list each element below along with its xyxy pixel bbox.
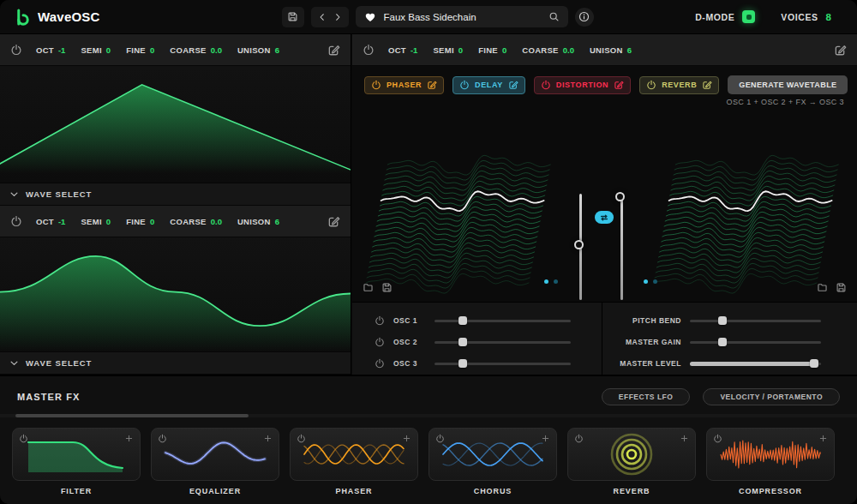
save-preset-button[interactable] — [282, 7, 304, 27]
info-button[interactable] — [575, 8, 594, 27]
compressor-card-button[interactable] — [706, 428, 835, 481]
folder-icon[interactable] — [817, 282, 828, 293]
fx-slot-reverb[interactable]: REVERB — [639, 76, 719, 94]
osc1-mix-row: OSC 1 — [375, 309, 571, 331]
power-icon[interactable] — [646, 80, 656, 90]
osc2-oct-param[interactable]: OCT-1 — [36, 217, 65, 226]
osc2-level-slider[interactable] — [434, 337, 571, 347]
power-icon[interactable] — [713, 434, 722, 443]
next-preset-icon[interactable] — [333, 12, 343, 22]
slider-handle-right[interactable] — [615, 192, 625, 201]
power-icon[interactable] — [459, 80, 470, 90]
edit-icon[interactable] — [427, 80, 437, 90]
pitch-bend-slider[interactable] — [690, 315, 821, 326]
power-icon[interactable] — [19, 434, 28, 443]
osc1-coarse-param[interactable]: COARSE0.0 — [170, 45, 222, 55]
plus-icon[interactable] — [263, 434, 273, 443]
osc1-oct-param[interactable]: OCT-1 — [36, 45, 65, 55]
power-icon[interactable] — [375, 337, 385, 347]
page-dot[interactable] — [544, 279, 548, 284]
plus-icon[interactable] — [818, 434, 828, 443]
previous-preset-icon[interactable] — [317, 12, 327, 22]
scrollbar-thumb[interactable] — [15, 414, 249, 417]
osc1-waveform-display[interactable] — [0, 66, 351, 183]
favorite-heart-icon[interactable] — [364, 11, 376, 23]
fx-slot-delay[interactable]: DELAY — [452, 76, 525, 94]
page-dot[interactable] — [653, 279, 657, 284]
slider-handle[interactable] — [458, 359, 467, 368]
equalizer-card-button[interactable] — [151, 428, 279, 481]
osc2-semi-param[interactable]: SEMI0 — [81, 217, 111, 226]
slider-handle-left[interactable] — [574, 240, 584, 249]
power-icon[interactable] — [10, 215, 22, 227]
osc1-level-slider[interactable] — [434, 315, 571, 326]
edit-icon[interactable] — [834, 44, 847, 57]
osc3-semi-param[interactable]: SEMI0 — [433, 45, 463, 55]
slider-handle[interactable] — [458, 338, 467, 346]
power-icon[interactable] — [10, 44, 22, 56]
wave-select-label: WAVE SELECT — [26, 358, 92, 368]
wavetable-morph-slider-right[interactable] — [620, 194, 623, 300]
edit-icon[interactable] — [702, 80, 712, 90]
power-icon[interactable] — [297, 434, 306, 443]
param-value: 0.0 — [211, 45, 222, 55]
edit-icon[interactable] — [327, 44, 340, 57]
power-icon[interactable] — [574, 434, 584, 443]
save-icon[interactable] — [836, 282, 847, 293]
d-mode-toggle[interactable] — [742, 10, 755, 23]
osc2-waveform-display[interactable] — [0, 237, 351, 352]
osc1-wave-select[interactable]: WAVE SELECT — [0, 183, 351, 206]
page-dot[interactable] — [554, 279, 558, 284]
wavetable-display[interactable] — [352, 106, 857, 302]
plus-icon[interactable] — [402, 434, 411, 443]
master-level-slider[interactable] — [690, 358, 821, 369]
osc3-coarse-param[interactable]: COARSE0.0 — [522, 45, 574, 55]
osc2-fine-param[interactable]: FINE0 — [126, 217, 154, 226]
fx-scrollbar[interactable] — [0, 414, 857, 417]
osc1-semi-param[interactable]: SEMI0 — [81, 45, 111, 55]
power-icon[interactable] — [541, 80, 551, 90]
power-icon[interactable] — [375, 358, 385, 369]
effects-lfo-button[interactable]: EFFECTS LFO — [602, 388, 691, 405]
fx-slot-distortion[interactable]: DISTORTION — [534, 76, 631, 94]
search-icon[interactable] — [548, 11, 560, 22]
page-dot[interactable] — [644, 279, 648, 284]
slider-handle[interactable] — [718, 316, 727, 325]
chorus-card-button[interactable] — [428, 428, 557, 481]
velocity-portamento-button[interactable]: VELOCITY / PORTAMENTO — [703, 388, 840, 405]
power-icon[interactable] — [435, 434, 445, 443]
slider-handle[interactable] — [458, 316, 467, 325]
plus-icon[interactable] — [541, 434, 550, 443]
master-gain-slider[interactable] — [690, 337, 821, 347]
power-icon[interactable] — [371, 80, 381, 90]
slider-handle[interactable] — [718, 338, 727, 346]
fx-slot-phaser[interactable]: PHASER — [364, 76, 444, 94]
reverb-card-button[interactable] — [567, 428, 696, 481]
osc1-fine-param[interactable]: FINE0 — [126, 45, 154, 55]
save-icon[interactable] — [381, 282, 393, 293]
osc2-unison-param[interactable]: UNISON6 — [237, 217, 279, 226]
link-sliders-button[interactable] — [595, 211, 614, 224]
osc2-wave-select[interactable]: WAVE SELECT — [0, 352, 351, 375]
power-icon[interactable] — [375, 315, 385, 326]
plus-icon[interactable] — [124, 434, 134, 443]
osc3-unison-param[interactable]: UNISON6 — [590, 45, 632, 55]
voices-value[interactable]: 8 — [826, 12, 831, 22]
folder-icon[interactable] — [363, 282, 374, 293]
filter-card-button[interactable] — [12, 428, 141, 481]
edit-icon[interactable] — [508, 80, 518, 90]
phaser-card-button[interactable] — [290, 428, 418, 481]
osc3-fine-param[interactable]: FINE0 — [478, 45, 506, 55]
osc2-coarse-param[interactable]: COARSE0.0 — [170, 217, 222, 226]
osc3-level-slider[interactable] — [434, 358, 571, 369]
slider-handle[interactable] — [810, 359, 818, 368]
power-icon[interactable] — [363, 44, 375, 56]
edit-icon[interactable] — [614, 80, 624, 90]
preset-selector[interactable]: Faux Bass Sidechain — [356, 6, 568, 27]
power-icon[interactable] — [158, 434, 167, 443]
osc3-oct-param[interactable]: OCT-1 — [388, 45, 417, 55]
edit-icon[interactable] — [327, 215, 340, 228]
osc1-unison-param[interactable]: UNISON6 — [237, 45, 279, 55]
generate-wavetable-button[interactable]: GENERATE WAVETABLE — [728, 75, 848, 94]
plus-icon[interactable] — [680, 434, 689, 443]
